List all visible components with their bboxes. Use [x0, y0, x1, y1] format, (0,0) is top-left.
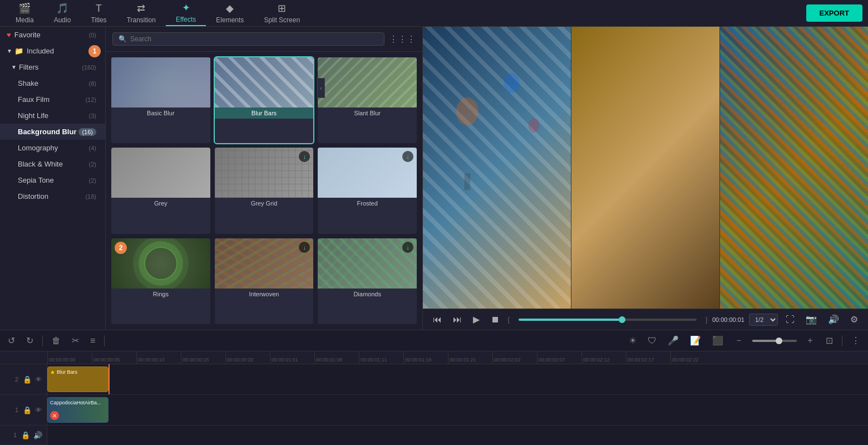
elements-icon: ◆: [226, 2, 234, 14]
effect-thumb-grey-grid: ↓: [215, 148, 314, 198]
export-button[interactable]: EXPORT: [806, 4, 862, 22]
audio-wave-icon[interactable]: 🔊: [33, 431, 42, 439]
clip-delete-icon[interactable]: ✕: [50, 411, 59, 420]
preview-image-middle: [571, 27, 719, 309]
sepia-label: Sepia Tone: [18, 176, 89, 184]
fit-button[interactable]: ⊡: [823, 333, 835, 348]
progress-thumb[interactable]: [619, 316, 625, 323]
search-input[interactable]: [130, 35, 378, 43]
grid-layout-icon[interactable]: ⋮⋮⋮: [389, 34, 416, 45]
collapse-panel-button[interactable]: ‹: [317, 78, 325, 98]
quality-select[interactable]: 1/2 1/4 Full: [749, 314, 778, 326]
sidebar-item-shake[interactable]: Shake (8): [0, 75, 105, 91]
mic-icon-button[interactable]: 🎤: [665, 333, 681, 348]
stop-button[interactable]: ⏹: [487, 313, 503, 326]
lomography-count: (4): [89, 145, 96, 151]
shield-icon-button[interactable]: 🛡: [645, 334, 659, 348]
night-life-label: Night Life: [18, 111, 89, 120]
menu-button[interactable]: ≡: [88, 334, 97, 348]
lock-icon-v2[interactable]: 🔒: [23, 375, 32, 384]
ruler-mark-3: 00:00:00:15: [181, 351, 225, 364]
nav-elements[interactable]: ◆ Elements: [206, 0, 254, 26]
bg-blur-label: Background Blur: [18, 128, 78, 136]
sidebar-item-included[interactable]: ▼ 📁 Included 1: [0, 43, 105, 59]
ruler-mark-6: 00:00:01:06: [314, 351, 359, 364]
top-nav: 🎬 Media 🎵 Audio T Titles ⇄ Transition ✦ …: [0, 0, 868, 27]
effect-rings[interactable]: 2 Rings: [111, 238, 210, 324]
nav-media[interactable]: 🎬 Media: [6, 0, 44, 26]
nav-titles[interactable]: T Titles: [81, 0, 116, 26]
lock-icon-audio[interactable]: 🔒: [21, 431, 30, 439]
clip-star-icon: ★: [50, 369, 55, 375]
lock-icon-v1[interactable]: 🔒: [23, 406, 32, 414]
sidebar-item-favorite[interactable]: ♥ Favorite (0): [0, 27, 105, 43]
screenshot-button[interactable]: 📷: [802, 312, 820, 326]
text-icon-button[interactable]: 📝: [688, 333, 703, 348]
heart-icon: ♥: [7, 31, 11, 39]
effects-grid: Basic Blur Blur Bars Slant Blur Grey: [106, 52, 422, 330]
eye-icon-v1[interactable]: 👁: [35, 406, 42, 414]
ruler-mark-4: 00:00:00:20: [225, 351, 270, 364]
progress-fill: [519, 319, 622, 321]
track-content-v1[interactable]: CappodociaHotAirBa... ✕: [47, 395, 868, 425]
effect-thumb-basic-blur: [111, 57, 210, 107]
subtitles-icon-button[interactable]: ⬛: [710, 333, 726, 348]
nav-effects[interactable]: ✦ Effects: [166, 0, 206, 26]
audio-icon: 🎵: [56, 2, 68, 14]
clip-blur-bars[interactable]: ★ Blur Bars: [47, 366, 108, 392]
clip-video[interactable]: CappodociaHotAirBa... ✕: [47, 397, 108, 423]
track-content-v2[interactable]: ★ Blur Bars: [47, 364, 868, 394]
ruler-mark-11: 00:00:02:07: [537, 351, 581, 364]
effect-basic-blur-label: Basic Blur: [111, 107, 210, 119]
cut-button[interactable]: ✂: [70, 333, 81, 348]
fullscreen-button[interactable]: ⛶: [782, 313, 798, 326]
effect-grey[interactable]: Grey: [111, 148, 210, 233]
effect-interwoven[interactable]: ↓ Interwoven: [215, 238, 314, 324]
effect-grey-grid[interactable]: ↓ Grey Grid: [215, 148, 314, 233]
sidebar-item-filters[interactable]: ▼ Filters (160): [0, 59, 105, 75]
sun-icon-button[interactable]: ☀: [627, 333, 639, 348]
effects-toolbar: 🔍 ⋮⋮⋮: [106, 27, 422, 52]
effect-basic-blur[interactable]: Basic Blur: [111, 57, 210, 143]
search-icon: 🔍: [119, 35, 127, 43]
sidebar-item-faux-film[interactable]: Faux Film (12): [0, 91, 105, 107]
preview-screen: [423, 27, 868, 309]
search-box[interactable]: 🔍: [112, 32, 384, 46]
ruler-mark-8: 00:00:01:16: [403, 351, 448, 364]
nav-effects-label: Effects: [176, 16, 196, 23]
effect-frosted[interactable]: ↓ Frosted: [318, 148, 417, 233]
audio-button[interactable]: 🔊: [825, 312, 842, 326]
eye-icon-v2[interactable]: 👁: [35, 375, 42, 384]
track-num-audio: 1: [13, 432, 17, 438]
toolbar-separator-2: [104, 335, 105, 346]
progress-bar[interactable]: [519, 319, 697, 321]
step-back-button[interactable]: ⏭: [450, 313, 465, 326]
nav-titles-label: Titles: [91, 16, 106, 24]
redo-button[interactable]: ↻: [24, 333, 36, 348]
bg-blur-count: (16): [78, 128, 96, 136]
settings-button[interactable]: ⚙: [847, 312, 861, 326]
effect-diamonds[interactable]: ↓ Diamonds: [318, 238, 417, 324]
nav-transition[interactable]: ⇄ Transition: [117, 0, 166, 26]
favorite-label: Favorite: [14, 31, 89, 39]
nav-split-label: Split Screen: [264, 16, 300, 24]
play-button[interactable]: ▶: [470, 312, 483, 326]
effect-slant-blur[interactable]: Slant Blur: [318, 57, 417, 143]
rewind-button[interactable]: ⏮: [430, 313, 445, 326]
nav-split-screen[interactable]: ⊞ Split Screen: [254, 0, 310, 26]
timeline-area: ↺ ↻ 🗑 ✂ ≡ ☀ 🛡 🎤 📝 ⬛ － ＋ ⊡ ⋮ 00:00:00:00 …: [0, 330, 868, 445]
sidebar-item-night-life[interactable]: Night Life (3): [0, 107, 105, 124]
sidebar-item-bg-blur[interactable]: Background Blur (16): [0, 124, 105, 140]
zoom-out-button[interactable]: －: [732, 332, 746, 349]
track-content-audio[interactable]: [47, 426, 868, 445]
undo-button[interactable]: ↺: [6, 333, 17, 348]
more-options-button[interactable]: ⋮: [849, 333, 862, 348]
zoom-in-button[interactable]: ＋: [803, 332, 817, 349]
delete-button[interactable]: 🗑: [50, 334, 63, 348]
sidebar-item-bw[interactable]: Black & White (2): [0, 156, 105, 172]
effect-blur-bars[interactable]: Blur Bars: [215, 57, 314, 143]
sidebar-item-lomography[interactable]: Lomography (4): [0, 140, 105, 156]
sidebar-item-distortion[interactable]: Distortion (18): [0, 188, 105, 204]
sidebar-item-sepia[interactable]: Sepia Tone (2): [0, 172, 105, 188]
nav-audio[interactable]: 🎵 Audio: [44, 0, 81, 26]
